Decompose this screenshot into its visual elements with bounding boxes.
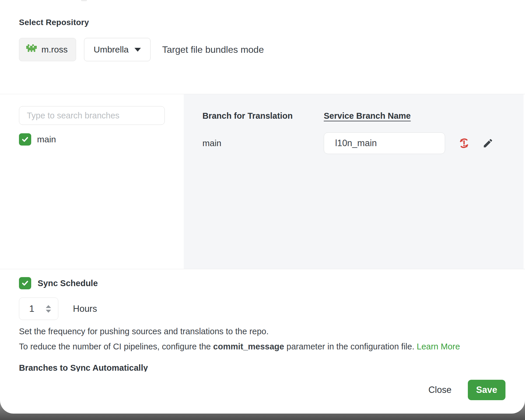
- learn-more-link[interactable]: Learn More: [417, 342, 460, 351]
- repo-identicon-icon: [26, 44, 37, 55]
- repository-name: m.ross: [41, 45, 68, 55]
- checkmark-icon: [21, 136, 29, 143]
- repository-section: Select Repository: [0, 0, 525, 94]
- branch-search-panel: main: [0, 94, 184, 269]
- interval-unit-label: Hours: [73, 304, 97, 314]
- sync-warning-icon[interactable]: [458, 137, 470, 149]
- sync-schedule-section: Sync Schedule 1 Hours Set the frequency …: [0, 269, 525, 413]
- branch-name-cell: main: [202, 138, 324, 148]
- branch-search-input[interactable]: [19, 106, 165, 125]
- interval-stepper[interactable]: 1: [19, 298, 58, 320]
- branches-section: main Branch for Translation Service Bran…: [0, 94, 525, 269]
- service-branch-name-header[interactable]: Service Branch Name: [324, 111, 411, 121]
- service-branch-panel: Branch for Translation Service Branch Na…: [184, 94, 524, 269]
- checkmark-icon: [21, 279, 29, 287]
- service-branch-row: main: [202, 132, 524, 154]
- cropped-element-fragment: [81, 0, 87, 1]
- interval-value: 1: [29, 303, 34, 314]
- close-button[interactable]: Close: [421, 385, 459, 395]
- save-button[interactable]: Save: [468, 380, 505, 400]
- repository-row: m.ross Umbrella Target file bundles mode: [19, 38, 525, 61]
- ci-note-prefix: To reduce the number of CI pipelines, co…: [19, 342, 213, 351]
- branch-checkbox-label: main: [37, 134, 56, 144]
- modal-footer: Close Save: [0, 380, 525, 400]
- organization-dropdown-value: Umbrella: [94, 45, 129, 55]
- select-repository-title: Select Repository: [19, 18, 525, 27]
- chevron-down-icon: [134, 48, 141, 52]
- edit-pencil-icon[interactable]: [482, 138, 494, 149]
- sync-schedule-checkbox[interactable]: [19, 277, 31, 289]
- sync-schedule-label: Sync Schedule: [38, 279, 98, 288]
- branch-for-translation-header: Branch for Translation: [202, 111, 324, 121]
- interval-row: 1 Hours: [19, 298, 525, 320]
- frequency-description: Set the frequency for pushing sources an…: [19, 326, 525, 336]
- stepper-arrows-icon: [46, 305, 51, 313]
- service-branch-headers: Branch for Translation Service Branch Na…: [202, 111, 524, 121]
- branch-list-item: main: [19, 133, 184, 146]
- repository-settings-modal: Select Repository: [0, 0, 525, 414]
- repository-chip[interactable]: m.ross: [19, 38, 76, 61]
- service-branch-name-input[interactable]: [324, 132, 445, 154]
- ci-note-suffix: parameter in the configuration file.: [284, 342, 417, 351]
- commit-message-param: commit_message: [213, 342, 284, 351]
- ci-note-line: To reduce the number of CI pipelines, co…: [19, 342, 525, 351]
- organization-dropdown[interactable]: Umbrella: [84, 38, 150, 61]
- target-mode-text: Target file bundles mode: [162, 44, 264, 55]
- branches-to-sync-title: Branches to Sync Automatically: [19, 364, 525, 372]
- sync-schedule-row: Sync Schedule: [19, 277, 525, 289]
- branch-checkbox[interactable]: [19, 133, 31, 146]
